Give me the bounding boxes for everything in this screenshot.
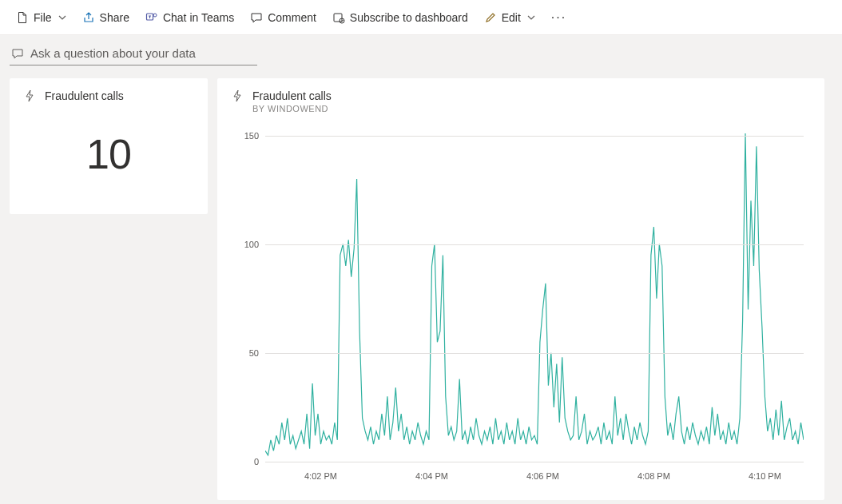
pencil-icon bbox=[484, 11, 497, 24]
comment-icon bbox=[250, 11, 263, 24]
file-menu[interactable]: File bbox=[10, 6, 73, 29]
x-tick-label: 4:10 PM bbox=[749, 471, 781, 481]
streaming-icon bbox=[24, 89, 35, 105]
chart-area: 050100150 4:02 PM4:04 PM4:06 PM4:08 PM4:… bbox=[238, 125, 804, 484]
more-options-button[interactable]: ··· bbox=[545, 10, 573, 25]
share-icon bbox=[82, 11, 95, 24]
subscribe-label: Subscribe to dashboard bbox=[350, 11, 468, 24]
y-tick-label: 0 bbox=[254, 457, 259, 466]
tile-subtitle: BY WINDOWEND bbox=[252, 104, 332, 113]
y-tick-label: 100 bbox=[244, 240, 259, 249]
y-tick-label: 50 bbox=[249, 348, 259, 358]
chevron-down-icon bbox=[58, 14, 66, 22]
file-icon bbox=[16, 11, 29, 24]
chevron-down-icon bbox=[527, 14, 535, 22]
x-tick-label: 4:08 PM bbox=[637, 471, 670, 481]
edit-label: Edit bbox=[502, 11, 521, 24]
comment-label: Comment bbox=[268, 11, 316, 24]
tile-title: Fraudulent calls bbox=[45, 89, 124, 102]
subscribe-button[interactable]: Subscribe to dashboard bbox=[326, 6, 475, 29]
tile-header: Fraudulent calls BY WINDOWEND bbox=[232, 89, 810, 113]
tile-card-value: 10 bbox=[24, 130, 193, 178]
teams-icon bbox=[145, 11, 158, 24]
x-tick-label: 4:06 PM bbox=[526, 471, 559, 481]
file-label: File bbox=[34, 11, 52, 24]
qna-input[interactable] bbox=[30, 46, 256, 60]
edit-menu[interactable]: Edit bbox=[478, 6, 542, 29]
subscribe-icon bbox=[332, 11, 345, 24]
x-tick-label: 4:04 PM bbox=[415, 471, 448, 481]
gridline bbox=[265, 136, 804, 137]
svg-rect-2 bbox=[334, 14, 342, 22]
y-axis: 050100150 bbox=[238, 125, 265, 462]
toolbar: File Share Chat in Teams Comment Subscri… bbox=[0, 0, 842, 35]
chart-plot bbox=[265, 125, 804, 462]
comment-icon bbox=[11, 47, 24, 60]
gridline bbox=[265, 244, 804, 245]
x-axis: 4:02 PM4:04 PM4:06 PM4:08 PM4:10 PM bbox=[265, 468, 804, 484]
share-label: Share bbox=[100, 11, 129, 24]
gridline bbox=[265, 462, 804, 462]
comment-button[interactable]: Comment bbox=[244, 6, 323, 29]
tile-header: Fraudulent calls bbox=[24, 89, 193, 105]
dashboard-tiles: Fraudulent calls 10 Fraudulent calls BY … bbox=[0, 72, 842, 504]
share-button[interactable]: Share bbox=[76, 6, 136, 29]
more-icon: ··· bbox=[551, 10, 566, 25]
y-tick-label: 150 bbox=[244, 131, 259, 141]
tile-title: Fraudulent calls bbox=[252, 89, 332, 102]
tile-fraudulent-calls-chart[interactable]: Fraudulent calls BY WINDOWEND 050100150 … bbox=[217, 78, 824, 500]
gridline bbox=[265, 353, 804, 354]
tile-fraudulent-calls-card[interactable]: Fraudulent calls 10 bbox=[10, 78, 208, 214]
svg-point-1 bbox=[153, 14, 157, 17]
chat-teams-label: Chat in Teams bbox=[163, 11, 234, 24]
streaming-icon bbox=[232, 89, 243, 105]
qna-bar bbox=[0, 35, 842, 72]
qna-input-container[interactable] bbox=[10, 43, 257, 65]
chat-teams-button[interactable]: Chat in Teams bbox=[139, 6, 240, 29]
x-tick-label: 4:02 PM bbox=[304, 471, 337, 481]
